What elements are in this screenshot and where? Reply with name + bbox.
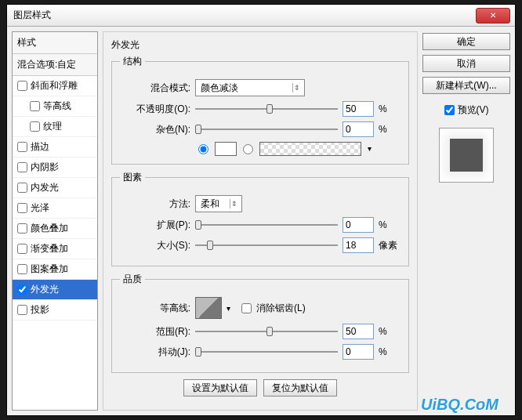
jitter-unit: % <box>379 346 401 357</box>
structure-legend: 结构 <box>120 55 145 68</box>
jitter-input[interactable] <box>343 344 374 360</box>
size-label: 大小(S): <box>120 239 190 252</box>
size-input[interactable] <box>343 237 374 253</box>
ok-button[interactable]: 确定 <box>422 33 510 50</box>
style-checkbox[interactable] <box>17 244 27 254</box>
style-item-6[interactable]: 光泽 <box>13 198 97 219</box>
color-swatch[interactable] <box>215 142 237 156</box>
blend-mode-select[interactable]: 颜色减淡⇕ <box>195 79 305 96</box>
method-label: 方法: <box>120 197 190 211</box>
chevron-updown-icon: ⇕ <box>231 200 237 208</box>
noise-input[interactable] <box>343 121 374 137</box>
style-checkbox[interactable] <box>17 183 27 193</box>
style-label: 图案叠加 <box>31 262 68 276</box>
cancel-button[interactable]: 取消 <box>422 55 510 72</box>
style-checkbox[interactable] <box>17 203 27 213</box>
style-item-10[interactable]: 外发光 <box>13 280 97 300</box>
method-select[interactable]: 柔和⇕ <box>195 195 242 212</box>
right-panel: 确定 取消 新建样式(W)... 预览(V) <box>422 31 510 411</box>
style-item-1[interactable]: 等高线 <box>13 96 97 117</box>
style-label: 投影 <box>31 303 49 317</box>
close-button[interactable]: ✕ <box>476 8 510 24</box>
preview-swatch <box>450 139 483 172</box>
styles-list: 样式 混合选项:自定 斜面和浮雕等高线纹理描边内阴影内发光光泽颜色叠加渐变叠加图… <box>12 31 98 411</box>
structure-group: 结构 混合模式: 颜色减淡⇕ 不透明度(O): % 杂色(N): <box>111 55 409 165</box>
gradient-radio[interactable] <box>243 144 253 154</box>
style-item-4[interactable]: 内阴影 <box>13 158 97 178</box>
chevron-updown-icon: ⇕ <box>294 84 300 92</box>
quality-legend: 品质 <box>120 273 145 286</box>
jitter-label: 抖动(J): <box>120 346 190 359</box>
style-item-5[interactable]: 内发光 <box>13 178 97 198</box>
style-checkbox[interactable] <box>17 162 27 172</box>
jitter-slider[interactable] <box>195 346 338 357</box>
blend-mode-label: 混合模式: <box>120 81 190 95</box>
noise-slider[interactable] <box>195 124 338 135</box>
spread-unit: % <box>379 219 401 230</box>
style-item-11[interactable]: 投影 <box>13 300 97 320</box>
dialog-title: 图层样式 <box>13 9 51 22</box>
contour-label: 等高线: <box>120 302 190 315</box>
make-default-button[interactable]: 设置为默认值 <box>183 379 257 396</box>
style-label: 外发光 <box>31 283 59 296</box>
noise-label: 杂色(N): <box>120 123 190 136</box>
style-item-2[interactable]: 纹理 <box>13 117 97 137</box>
style-checkbox[interactable] <box>30 101 40 111</box>
style-label: 内发光 <box>31 181 59 194</box>
size-slider[interactable] <box>195 240 338 251</box>
opacity-label: 不透明度(O): <box>120 103 190 116</box>
style-label: 描边 <box>31 140 49 154</box>
style-checkbox[interactable] <box>30 121 40 132</box>
opacity-unit: % <box>379 103 401 114</box>
style-item-7[interactable]: 颜色叠加 <box>13 219 97 239</box>
style-checkbox[interactable] <box>17 264 27 274</box>
style-label: 光泽 <box>31 201 49 215</box>
elements-legend: 图素 <box>120 171 145 184</box>
style-checkbox[interactable] <box>17 142 27 152</box>
gradient-swatch[interactable]: ▾ <box>259 142 361 156</box>
antialias-label: 消除锯齿(L) <box>256 302 306 315</box>
style-label: 内阴影 <box>31 161 59 174</box>
opacity-slider[interactable] <box>195 103 338 114</box>
chevron-down-icon[interactable]: ▾ <box>227 304 230 313</box>
styles-header[interactable]: 样式 <box>13 32 97 54</box>
style-checkbox[interactable] <box>17 305 27 315</box>
new-style-button[interactable]: 新建样式(W)... <box>422 77 510 94</box>
dialog-body: 样式 混合选项:自定 斜面和浮雕等高线纹理描边内阴影内发光光泽颜色叠加渐变叠加图… <box>7 27 515 415</box>
panel-title: 外发光 <box>111 38 409 52</box>
range-unit: % <box>379 326 401 337</box>
style-label: 颜色叠加 <box>31 222 68 235</box>
range-label: 范围(R): <box>120 325 190 339</box>
options-panel: 外发光 结构 混合模式: 颜色减淡⇕ 不透明度(O): % 杂色(N): <box>103 31 418 411</box>
elements-group: 图素 方法: 柔和⇕ 扩展(P): % 大小(S): <box>111 171 409 266</box>
contour-picker[interactable] <box>195 297 222 319</box>
style-item-9[interactable]: 图案叠加 <box>13 259 97 280</box>
range-input[interactable] <box>343 324 374 339</box>
style-item-3[interactable]: 描边 <box>13 137 97 158</box>
opacity-input[interactable] <box>343 101 374 117</box>
color-radio[interactable] <box>198 144 208 154</box>
noise-unit: % <box>379 124 401 135</box>
style-label: 斜面和浮雕 <box>31 79 78 92</box>
reset-default-button[interactable]: 复位为默认值 <box>263 379 337 396</box>
style-checkbox[interactable] <box>17 223 27 234</box>
chevron-down-icon: ▾ <box>368 144 372 153</box>
quality-group: 品质 等高线: ▾ 消除锯齿(L) 范围(R): % 抖动(J): <box>111 273 409 373</box>
preview-checkbox[interactable] <box>444 105 455 115</box>
spread-slider[interactable] <box>195 219 338 230</box>
style-item-0[interactable]: 斜面和浮雕 <box>13 76 97 96</box>
preview-box <box>439 128 494 183</box>
watermark: UiBQ.CoM <box>421 396 498 414</box>
preview-label: 预览(V) <box>458 103 489 117</box>
style-item-8[interactable]: 渐变叠加 <box>13 239 97 259</box>
range-slider[interactable] <box>195 326 338 337</box>
spread-input[interactable] <box>343 217 374 233</box>
antialias-checkbox[interactable] <box>241 303 252 313</box>
style-checkbox[interactable] <box>17 284 27 295</box>
size-unit: 像素 <box>379 239 401 252</box>
style-checkbox[interactable] <box>17 81 27 91</box>
blending-options[interactable]: 混合选项:自定 <box>13 54 97 76</box>
dialog-window: 图层样式 ✕ 样式 混合选项:自定 斜面和浮雕等高线纹理描边内阴影内发光光泽颜色… <box>6 4 516 416</box>
spread-label: 扩展(P): <box>120 219 190 232</box>
style-label: 纹理 <box>43 120 62 133</box>
